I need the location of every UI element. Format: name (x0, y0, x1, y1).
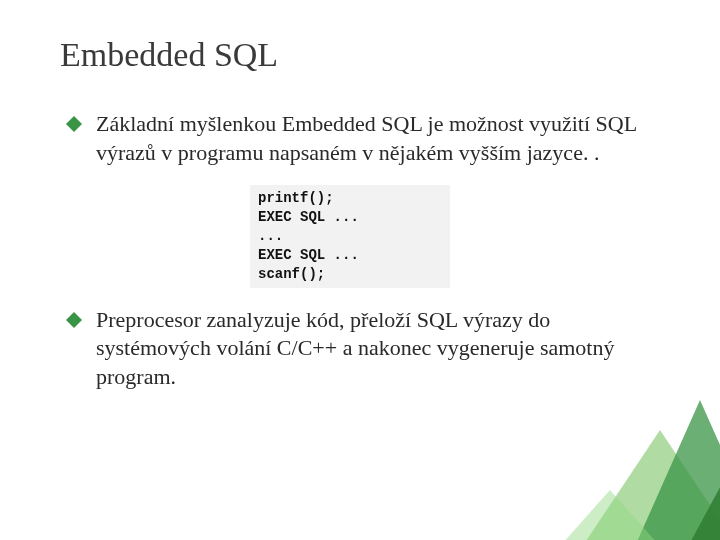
bullet-item: Preprocesor zanalyzuje kód, přeloží SQL … (60, 306, 660, 392)
diamond-icon (66, 312, 82, 328)
slide: Embedded SQL Základní myšlenkou Embedded… (0, 0, 720, 391)
svg-marker-2 (560, 430, 720, 540)
svg-marker-1 (66, 312, 82, 328)
page-title: Embedded SQL (60, 36, 660, 74)
bullet-text: Základní myšlenkou Embedded SQL je možno… (96, 110, 660, 167)
code-block: printf(); EXEC SQL ... ... EXEC SQL ... … (250, 185, 450, 287)
svg-marker-5 (530, 490, 690, 540)
bullet-item: Základní myšlenkou Embedded SQL je možno… (60, 110, 660, 167)
diamond-icon (66, 116, 82, 132)
bullet-text: Preprocesor zanalyzuje kód, přeloží SQL … (96, 306, 660, 392)
svg-marker-0 (66, 116, 82, 132)
svg-marker-3 (620, 400, 720, 540)
svg-marker-4 (670, 450, 720, 540)
